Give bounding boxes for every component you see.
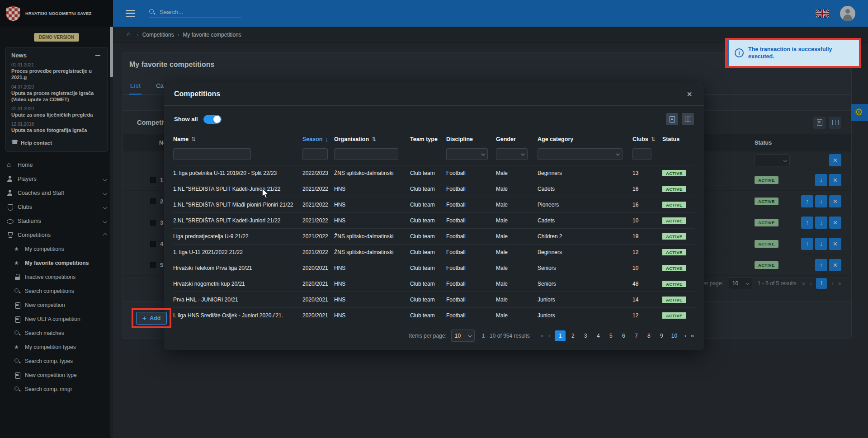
status-badge: ACTIVE [662,202,686,208]
column-settings-button[interactable] [682,113,694,125]
cell-discipline: Football [446,249,496,255]
table-row[interactable]: Hrvatski Telekom Prva liga 20/21 2020/20… [173,260,695,276]
page-number-button[interactable]: 8 [643,330,654,341]
cell-season: 2021/2022 [302,233,334,240]
competitions-table: Name Season Organisation Team type Disci… [173,132,695,323]
cell-name: 1.NL "SREDIŠTA SPLIT Mlađi pioniri-Pioni… [173,202,302,208]
cell-organisation: ŽNS splitsko-dalmatinski [334,170,410,176]
cell-gender: Male [496,249,538,255]
cell-age-category: Cadets [538,217,632,224]
age-category-filter-select[interactable] [538,148,623,160]
cell-team-type: Club team [410,297,446,303]
next-page-button[interactable]: › [684,332,686,339]
previous-page-button[interactable]: ‹ [548,332,550,339]
column-header-clubs[interactable]: Clubs [632,136,662,142]
cell-clubs: 14 [632,297,662,303]
organisation-filter-input[interactable] [334,148,398,160]
cell-discipline: Football [446,217,496,224]
table-row[interactable]: 1.NL "SREDIŠTA SPLIT Kadeti-Juniori 21/2… [173,181,695,197]
cell-discipline: Football [446,312,496,319]
show-all-toggle[interactable] [203,115,222,124]
clubs-filter-input[interactable] [632,148,651,160]
column-header-age-category: Age category [538,136,632,142]
cell-team-type: Club team [410,312,446,319]
cell-gender: Male [496,186,538,192]
items-per-page-select[interactable]: 10 [451,330,475,342]
table-row[interactable]: 1. liga početnika U-11 2019/20 - Split 2… [173,165,695,181]
column-header-status: Status [662,136,696,142]
cell-organisation: HNS [334,297,410,303]
sort-icon [372,136,376,142]
close-icon[interactable] [685,89,694,99]
add-button[interactable]: Add [136,312,167,325]
table-row[interactable]: 1. liga U-11 2021/2022 21/22 2021/2022 Ž… [173,244,695,260]
cell-age-category: Cadets [538,186,632,192]
status-badge: ACTIVE [662,297,686,303]
last-page-button[interactable]: » [691,332,694,339]
cell-age-category: Juniors [538,297,632,303]
cell-discipline: Football [446,170,496,176]
show-all-label: Show all [174,116,198,122]
page-number-button[interactable]: 4 [593,330,604,341]
page-number-button[interactable]: 10 [669,330,679,341]
cell-name: 1. liga U-11 2021/2022 21/22 [173,249,302,255]
cell-name: 1.NL "SREDIŠTA SPLIT Kadeti-Juniori 21/2… [173,186,302,192]
export-button[interactable] [666,113,678,125]
table-row[interactable]: Hrvatski nogometni kup 20/21 2020/2021 H… [173,276,695,292]
cell-organisation: HNS [334,217,410,224]
cell-discipline: Football [446,297,496,303]
cell-discipline: Football [446,265,496,271]
column-header-discipline: Discipline [446,136,496,142]
page-number-button[interactable]: 3 [580,330,591,341]
table-row[interactable]: I. liga HNS Središte Osijek - Juniori 20… [173,307,695,323]
page-number-button[interactable]: 7 [631,330,642,341]
column-header-name[interactable]: Name [173,136,302,142]
column-header-gender: Gender [496,136,538,142]
cell-team-type: Club team [410,281,446,287]
cell-season: 2021/2022 [302,186,334,192]
cell-team-type: Club team [410,186,446,192]
page-number-button[interactable]: 1 [555,330,566,341]
page-number-button[interactable]: 6 [618,330,629,341]
page-number-button[interactable]: 9 [656,330,667,341]
name-filter-input[interactable] [173,148,251,160]
cell-gender: Male [496,312,538,319]
cell-name: I. liga HNS Središte Osijek - Juniori 20… [173,312,302,319]
plus-icon [142,316,147,321]
cell-team-type: Club team [410,202,446,208]
cell-age-category: Beginners [538,249,632,255]
cell-season: 2021/2022 [302,217,334,224]
table-row[interactable]: 1.NL "SREDIŠTA SPLIT Mlađi pioniri-Pioni… [173,197,695,212]
cell-organisation: HNS [334,265,410,271]
first-page-button[interactable]: « [541,332,544,339]
items-per-page-label: Items per page: [409,333,446,339]
page-number-button[interactable]: 2 [567,330,578,341]
competitions-rows: 1. liga početnika U-11 2019/20 - Split 2… [173,165,695,323]
cell-season: 2020/2021 [302,297,334,303]
cell-team-type: Club team [410,233,446,240]
sort-desc-icon [325,136,328,143]
cell-clubs: 10 [632,217,662,224]
add-button-annotation: Add [132,308,171,328]
season-filter-input[interactable] [302,148,328,160]
column-header-season[interactable]: Season [302,136,334,143]
modal-pagination: Items per page: 10 1 - 10 of 954 results… [164,323,704,342]
table-row[interactable]: 2.NL "SREDIŠTA SPLIT Kadeti-Juniori 21/2… [173,212,695,228]
gender-filter-select[interactable] [496,148,528,160]
cell-gender: Male [496,202,538,208]
page-number-button[interactable]: 5 [605,330,616,341]
cell-age-category: Juniors [538,312,632,319]
cell-clubs: 13 [632,170,662,176]
success-toast: The transaction is successfully executed… [727,40,859,66]
cell-organisation: HNS [334,186,410,192]
table-row[interactable]: Liga prednatjecatelja U-9 21/22 2021/202… [173,228,695,244]
status-badge: ACTIVE [662,233,686,240]
table-row[interactable]: Prva HNL - JUNIORI 20/21 2020/2021 HNS C… [173,292,695,307]
chevron-down-icon [521,152,524,155]
toast-message: The transaction is successfully executed… [748,46,854,61]
cell-clubs: 12 [632,312,662,319]
table-header-row: Name Season Organisation Team type Disci… [173,132,695,147]
column-header-organisation[interactable]: Organisation [334,136,410,142]
discipline-filter-select[interactable] [446,148,488,160]
cell-season: 2020/2021 [302,312,334,319]
